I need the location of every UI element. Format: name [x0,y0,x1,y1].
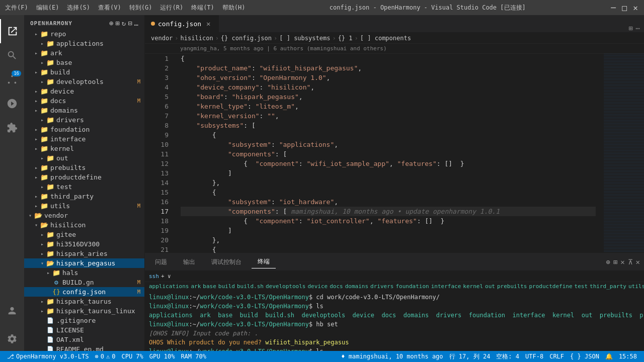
activity-explorer[interactable] [0,19,24,43]
breadcrumb-subsystems[interactable]: [ ] subsystems [279,35,330,42]
tab-close-button[interactable]: ✕ [204,20,212,28]
minimize-button[interactable]: ─ [610,4,617,11]
sidebar-item-build[interactable]: ▸📁build [24,67,144,77]
sidebar-item-utils[interactable]: ▸📁utilsM [24,201,144,211]
terminal-tab-debug[interactable]: 调试控制台 [205,256,248,268]
terminal-tab-problems[interactable]: 问题 [149,256,173,268]
breadcrumb-hisilicon[interactable]: hisilicon [181,35,213,42]
file-icon-build-sh: build.sh [237,283,264,290]
sidebar-item-gitignore[interactable]: 📄.gitignore [24,316,144,325]
close-panel-icon[interactable]: ✕ [636,258,640,266]
sidebar-item-base[interactable]: ▸📁base [24,58,144,67]
menu-edit[interactable]: 编辑(E) [36,4,59,12]
more-actions-icon[interactable]: … [134,19,138,27]
activity-scm[interactable]: 16 [0,67,24,92]
sidebar-item-ark[interactable]: ▸📁ark [24,48,144,58]
sidebar-item-third_party[interactable]: ▸📁third_party [24,192,144,201]
sidebar-item-hispark_aries[interactable]: ▸📁hispark_aries [24,249,144,258]
sidebar-item-repo[interactable]: ▸📁repo [24,29,144,39]
sidebar-item-foundation[interactable]: ▸📁foundation [24,125,144,134]
new-file-icon[interactable]: ⊕ [109,19,113,27]
sidebar-item-prebuilts[interactable]: ▸📁prebuilts [24,163,144,172]
status-errors[interactable]: ⊗ 0 ⚠ 0 [92,353,119,360]
tree-icon-drivers: 📁 [46,116,54,124]
menu-run[interactable]: 运行(R) [160,4,183,12]
status-language[interactable]: { } JSON [567,353,602,360]
sidebar-item-gitee[interactable]: ▸📁gitee [24,230,144,239]
terminal-file-icons: applicationsarkbasebuildbuild.shdevelopt… [145,282,644,291]
sidebar-item-drivers[interactable]: ▸📁drivers [24,115,144,125]
sidebar-item-device[interactable]: ▸📁device [24,86,144,96]
collapse-all-icon[interactable]: ⊟ [128,19,132,27]
breadcrumb-file[interactable]: {} config.json [221,35,272,42]
sidebar-item-out[interactable]: ▸📁out [24,153,144,163]
menu-file[interactable]: 文件(F) [5,4,28,12]
sidebar-item-hals[interactable]: ▸📁hals [24,268,144,278]
terminal-tab-output[interactable]: 输出 [177,256,201,268]
sidebar-item-vendor[interactable]: ▾📂vendor [24,211,144,220]
sidebar-item-license[interactable]: 📄LICENSE [24,325,144,335]
tree-label-device: device [50,87,140,95]
close-button[interactable]: ✕ [632,4,639,11]
sidebar-item-hispark_taurus_linux[interactable]: ▸📁hispark_taurus_linux [24,306,144,316]
terminal-tab-terminal[interactable]: 终端 [252,255,276,268]
new-folder-icon[interactable]: ⊞ [115,19,119,27]
status-notifications[interactable]: 🔔 [602,353,616,360]
menu-view[interactable]: 查看(V) [98,4,121,12]
status-encoding[interactable]: UTF-8 [522,353,546,360]
breadcrumb-vendor[interactable]: vendor [151,35,173,42]
split-terminal-icon[interactable]: ⊞ [613,258,617,266]
breadcrumb-obj[interactable]: {} 1 [338,35,353,42]
terminal-content[interactable]: linux@linux:~/work/code-v3.0-LTS/OpenHar… [145,291,644,351]
sidebar-item-hi3516dv300[interactable]: ▸📁hi3516DV300 [24,239,144,249]
status-spaces[interactable]: 空格: 4 [493,352,522,361]
sidebar-item-hisilicon[interactable]: ▾📂hisilicon [24,220,144,230]
sidebar-item-productdefine[interactable]: ▸📁productdefine [24,172,144,182]
status-line-col[interactable]: 行 17, 列 24 [446,352,494,361]
sidebar-item-oat_xml[interactable]: 📄OAT.xml [24,335,144,344]
sidebar-item-hispark_pegasus[interactable]: ▾📂hispark_pegasus [24,258,144,268]
kill-terminal-icon[interactable]: ✕ [620,258,624,266]
menu-goto[interactable]: 转到(G) [129,4,152,12]
status-branch[interactable]: ⎇ OpenHarmony v3.0-LTS [4,353,92,360]
maximize-button[interactable]: □ [621,4,628,11]
sidebar-item-docs[interactable]: ▸📁docsM [24,96,144,106]
new-terminal-icon[interactable]: ⊕ [606,258,610,266]
activity-search[interactable] [0,43,24,67]
sidebar-item-domains[interactable]: ▸📁domains [24,106,144,115]
activity-settings[interactable] [0,327,24,351]
status-git-blame[interactable]: ♦ mamingshuai, 10 months ago [338,353,446,360]
sidebar-item-applications[interactable]: ▸📁applications [24,39,144,48]
file-icon-device: device [307,283,328,290]
sidebar-item-test[interactable]: ▸📁test [24,182,144,192]
sidebar-item-developtools[interactable]: ▸📁developtoolsM [24,77,144,86]
line-number-21: 21 [145,245,169,253]
tab-config-json[interactable]: config.json ✕ [145,15,219,32]
line-number-20: 20 [145,235,169,245]
activity-extensions[interactable] [0,116,24,140]
tree-label-domains: domains [50,107,140,114]
terminal-line-1: linux@linux:~/work/code-v3.0-LTS/OpenHar… [149,302,640,311]
split-editor-icon[interactable]: ⊞ [628,24,632,32]
menu-help[interactable]: 帮助(H) [222,4,246,12]
activity-accounts[interactable] [0,299,24,323]
breadcrumb-components[interactable]: [ ] components [360,35,411,42]
sidebar-item-hispark_taurus[interactable]: ▸📁hispark_taurus [24,297,144,306]
maximize-panel-icon[interactable]: ⊼ [628,258,633,266]
sidebar-item-interface[interactable]: ▸📁interface [24,134,144,144]
tree-arrow-gitee: ▸ [38,232,46,237]
menu-select[interactable]: 选择(S) [67,4,90,12]
more-tabs-icon[interactable]: ⋯ [636,24,640,32]
status-eol[interactable]: CRLF [546,353,567,360]
menu-terminal[interactable]: 终端(T) [191,4,214,12]
line-number-6: 6 [145,102,169,111]
sidebar-item-kernel[interactable]: ▸📁kernel [24,144,144,153]
sidebar-item-config_json[interactable]: {}config.jsonM [24,287,144,297]
code-content[interactable]: { "product_name": "wifiiot_hispark_pegas… [173,54,604,253]
activity-debug[interactable] [0,92,24,116]
file-icon-prebuilts: prebuilts [497,283,527,290]
sidebar-item-build_gn[interactable]: ⚙BUILD.gnM [24,278,144,287]
sidebar-item-readme_en_md[interactable]: 📄README_en.md [24,344,144,351]
file-icon-utils: utils [628,283,644,290]
refresh-icon[interactable]: ↻ [122,19,126,27]
